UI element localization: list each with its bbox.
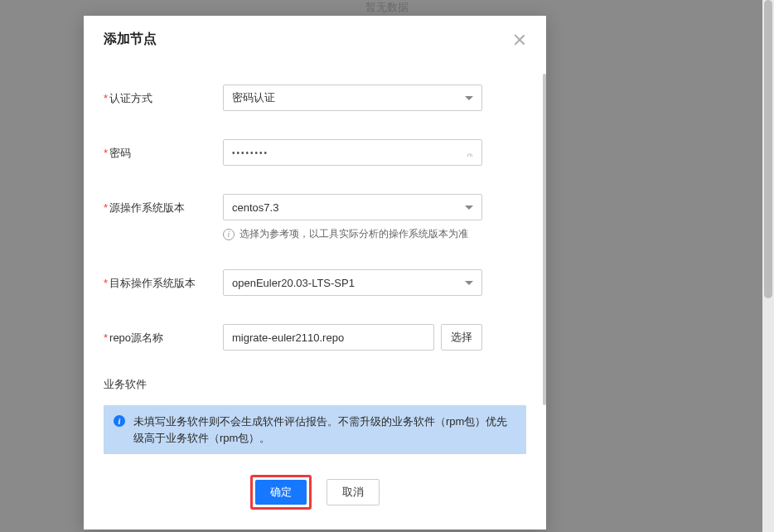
password-value: •••••••• [232,148,268,157]
ok-button-highlight: 确定 [250,475,312,510]
password-input[interactable]: •••••••• ⩋ [223,139,482,166]
auth-method-value: 密码认证 [232,90,275,105]
chevron-down-icon [465,281,473,285]
biz-software-section-title: 业务软件 [104,377,526,392]
info-filled-icon: i [114,415,125,427]
target-os-select[interactable]: openEuler20.03-LTS-SP1 [223,269,482,296]
source-os-helper: i 选择为参考项，以工具实际分析的操作系统版本为准 [223,227,526,241]
field-auth-method: *认证方式 密码认证 [104,85,526,111]
modal-footer: 确定 取消 [84,462,546,530]
modal-title: 添加节点 [104,31,157,48]
auth-method-select[interactable]: 密码认证 [223,85,482,111]
target-os-value: openEuler20.03-LTS-SP1 [232,277,355,289]
biz-software-alert: i 未填写业务软件则不会生成软件评估报告。不需升级的业务软件（rpm包）优先级高… [104,405,526,454]
field-target-os: *目标操作系统版本 openEuler20.03-LTS-SP1 [104,269,526,296]
page-scrollbar-thumb[interactable] [764,0,772,298]
target-os-label: *目标操作系统版本 [104,269,223,291]
eye-hidden-icon[interactable]: ⩋ [467,146,473,159]
repo-name-label: *repo源名称 [104,324,223,346]
source-os-value: centos7.3 [232,201,278,214]
alert-text: 未填写业务软件则不会生成软件评估报告。不需升级的业务软件（rpm包）优先级高于业… [133,414,516,446]
field-repo-name: *repo源名称 migrate-euler2110.repo 选择 [104,324,526,351]
repo-select-button[interactable]: 选择 [441,324,482,351]
field-password: *密码 •••••••• ⩋ [104,139,526,166]
info-icon: i [223,229,235,240]
ok-button[interactable]: 确定 [255,480,307,505]
add-node-modal: 添加节点 *认证方式 密码认证 *密码 •••••••• ⩋ *源操作系统 [84,16,546,530]
chevron-down-icon [465,96,473,100]
repo-name-input[interactable]: migrate-euler2110.repo [223,324,434,351]
password-label: *密码 [104,139,223,161]
cancel-button[interactable]: 取消 [327,479,380,505]
modal-header: 添加节点 [84,16,546,61]
source-os-select[interactable]: centos7.3 [223,194,482,220]
close-icon[interactable] [513,33,526,46]
auth-method-label: *认证方式 [104,85,223,106]
chevron-down-icon [465,206,473,210]
background-empty-text: 暂无数据 [0,0,774,15]
modal-body: *认证方式 密码认证 *密码 •••••••• ⩋ *源操作系统版本 [84,61,546,462]
source-os-label: *源操作系统版本 [104,194,223,215]
repo-name-value: migrate-euler2110.repo [232,331,344,344]
page-scrollbar-track [762,0,774,532]
modal-scrollbar[interactable] [543,74,546,405]
field-source-os: *源操作系统版本 centos7.3 i 选择为参考项，以工具实际分析的操作系统… [104,194,526,241]
